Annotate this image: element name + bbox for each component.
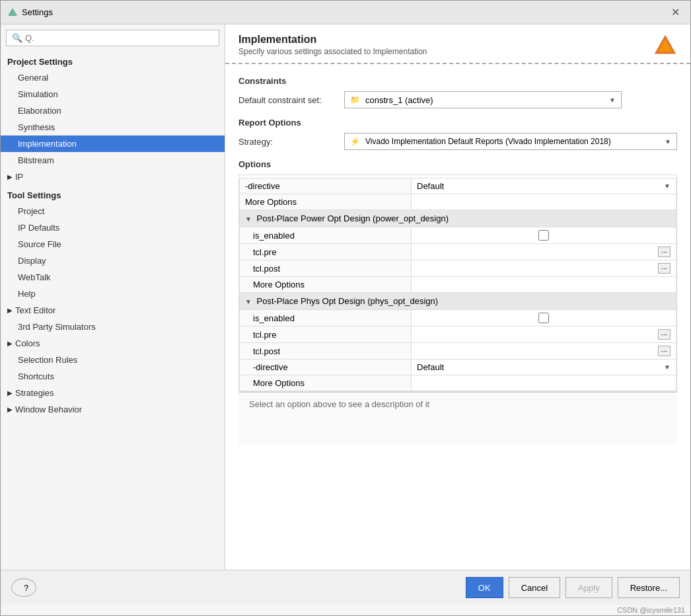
sidebar-item-colors[interactable]: ▶ Colors	[1, 335, 225, 352]
cancel-button[interactable]: Cancel	[509, 577, 560, 598]
directive-value-text: Default	[417, 181, 444, 191]
strategy-label: Strategy:	[238, 137, 344, 147]
restore-button[interactable]: Restore...	[618, 577, 680, 598]
window-title: Settings	[22, 7, 53, 17]
ip-label: IP	[15, 172, 23, 182]
table-row: -directive Default ▼	[240, 360, 676, 375]
g1-tclpre-value: ···	[412, 244, 676, 260]
ok-button[interactable]: OK	[466, 577, 503, 598]
sidebar-item-selection-rules[interactable]: Selection Rules	[1, 352, 225, 368]
directive-value[interactable]: Default ▼	[412, 178, 676, 194]
sidebar-item-implementation[interactable]: Implementation	[1, 135, 225, 152]
g2-is-enabled-label: is_enabled	[240, 310, 412, 327]
g1-is-enabled-checkbox-container	[417, 230, 671, 241]
sidebar-item-webtalk[interactable]: WebTalk	[1, 269, 225, 286]
ip-chevron-icon: ▶	[7, 173, 13, 180]
description-text: Select an option above to see a descript…	[249, 399, 429, 409]
strategy-select[interactable]: ⚡ Vivado Implementation Default Reports …	[344, 133, 677, 150]
g1-tclpost-label: tcl.post	[240, 260, 412, 277]
help-button[interactable]: ?	[11, 578, 36, 597]
g2-directive-arrow-icon: ▼	[664, 364, 671, 371]
search-box[interactable]: 🔍	[6, 30, 219, 46]
options-section-title: Options	[238, 159, 677, 169]
sidebar-item-ip-defaults[interactable]: IP Defaults	[1, 219, 225, 236]
strategy-row: Strategy: ⚡ Vivado Implementation Defaul…	[238, 133, 677, 150]
search-input[interactable]	[25, 33, 213, 43]
g1-tclpost-ellipsis-button[interactable]: ···	[658, 263, 671, 274]
sidebar-item-synthesis[interactable]: Synthesis	[1, 119, 225, 135]
sidebar-item-3rd-party[interactable]: 3rd Party Simulators	[1, 319, 225, 335]
table-row: More Options	[240, 375, 676, 391]
g1-more-options-label: More Options	[240, 277, 412, 293]
directive-select[interactable]: Default ▼	[417, 181, 671, 191]
g2-tclpre-value: ···	[412, 327, 676, 343]
apply-button[interactable]: Apply	[565, 577, 612, 598]
main-content: 🔍 Project Settings General Simulation El…	[1, 24, 690, 570]
g2-more-options-value[interactable]	[412, 375, 676, 391]
footer-area: ? OK Cancel Apply Restore... CSDN @icysm…	[1, 570, 690, 615]
text-editor-label: Text Editor	[15, 305, 55, 315]
panel-subtitle: Specify various settings associated to I…	[238, 47, 427, 56]
table-row: More Options	[240, 277, 676, 293]
sidebar: 🔍 Project Settings General Simulation El…	[1, 24, 225, 570]
title-bar: Settings ✕	[1, 1, 690, 24]
panel-title: Implementation	[238, 34, 427, 46]
g2-directive-select[interactable]: Default ▼	[417, 362, 671, 372]
constraint-value: constrs_1 (active)	[365, 95, 609, 105]
close-button[interactable]: ✕	[667, 5, 684, 20]
table-row: tcl.post ···	[240, 260, 676, 277]
group2-collapse-icon: ▼	[245, 298, 252, 305]
table-row: -directive Default ▼	[240, 178, 676, 194]
g2-directive-value[interactable]: Default ▼	[412, 360, 676, 375]
g2-directive-value-text: Default	[417, 362, 444, 372]
sidebar-item-simulation[interactable]: Simulation	[1, 86, 225, 102]
text-editor-chevron-icon: ▶	[7, 307, 13, 314]
tool-settings-header: Tool Settings	[1, 185, 225, 203]
right-panel: Implementation Specify various settings …	[225, 24, 690, 570]
sidebar-item-strategies[interactable]: ▶ Strategies	[1, 385, 225, 401]
sidebar-item-window-behavior[interactable]: ▶ Window Behavior	[1, 401, 225, 418]
group1-label: Post-Place Power Opt Design (power_opt_d…	[257, 213, 449, 223]
g2-is-enabled-value	[412, 310, 676, 327]
g1-tclpre-ellipsis-button[interactable]: ···	[658, 247, 671, 257]
sidebar-item-source-file[interactable]: Source File	[1, 236, 225, 252]
window-behavior-label: Window Behavior	[15, 404, 82, 414]
colors-chevron-icon: ▶	[7, 340, 13, 347]
folder-icon: 📁	[350, 95, 360, 104]
sidebar-item-help[interactable]: Help	[1, 286, 225, 302]
colors-label: Colors	[15, 338, 40, 348]
g1-more-options-value[interactable]	[412, 277, 676, 293]
more-options-value[interactable]	[412, 194, 676, 210]
constraint-dropdown-arrow: ▼	[609, 96, 616, 104]
sidebar-item-general[interactable]: General	[1, 69, 225, 86]
g1-tclpre-label: tcl.pre	[240, 244, 412, 260]
sidebar-item-bitstream[interactable]: Bitstream	[1, 152, 225, 169]
sidebar-item-elaboration[interactable]: Elaboration	[1, 102, 225, 119]
sidebar-item-display[interactable]: Display	[1, 252, 225, 269]
group2-header[interactable]: ▼ Post-Place Phys Opt Design (phys_opt_d…	[240, 293, 676, 310]
g2-tclpre-label: tcl.pre	[240, 327, 412, 343]
g1-is-enabled-checkbox[interactable]	[538, 230, 549, 241]
g2-tclpost-ellipsis-button[interactable]: ···	[658, 346, 671, 356]
constraint-select[interactable]: 📁 constrs_1 (active) ▼	[344, 91, 622, 108]
group2-label: Post-Place Phys Opt Design (phys_opt_des…	[257, 296, 439, 306]
g2-tclpre-ellipsis-button[interactable]: ···	[658, 329, 671, 340]
search-icon: 🔍	[12, 33, 22, 43]
group2-header-row: ▼ Post-Place Phys Opt Design (phys_opt_d…	[240, 293, 676, 310]
sidebar-item-ip[interactable]: ▶ IP	[1, 169, 225, 185]
g2-tclpost-value: ···	[412, 343, 676, 360]
panel-body: Constraints Default constraint set: 📁 co…	[225, 64, 690, 570]
sidebar-item-text-editor[interactable]: ▶ Text Editor	[1, 302, 225, 319]
table-row: tcl.pre ···	[240, 244, 676, 260]
group1-header[interactable]: ▼ Post-Place Power Opt Design (power_opt…	[240, 210, 676, 227]
strategy-icon: ⚡	[350, 137, 360, 146]
footer-buttons: OK Cancel Apply Restore...	[466, 577, 680, 598]
table-row: is_enabled	[240, 227, 676, 244]
g2-is-enabled-checkbox[interactable]	[538, 313, 549, 323]
table-row: tcl.post ···	[240, 343, 676, 360]
settings-dialog: Settings ✕ 🔍 Project Settings General Si…	[0, 0, 691, 616]
table-row: More Options	[240, 194, 676, 210]
sidebar-item-project[interactable]: Project	[1, 203, 225, 219]
sidebar-item-shortcuts[interactable]: Shortcuts	[1, 368, 225, 385]
g2-is-enabled-checkbox-container	[417, 313, 671, 323]
